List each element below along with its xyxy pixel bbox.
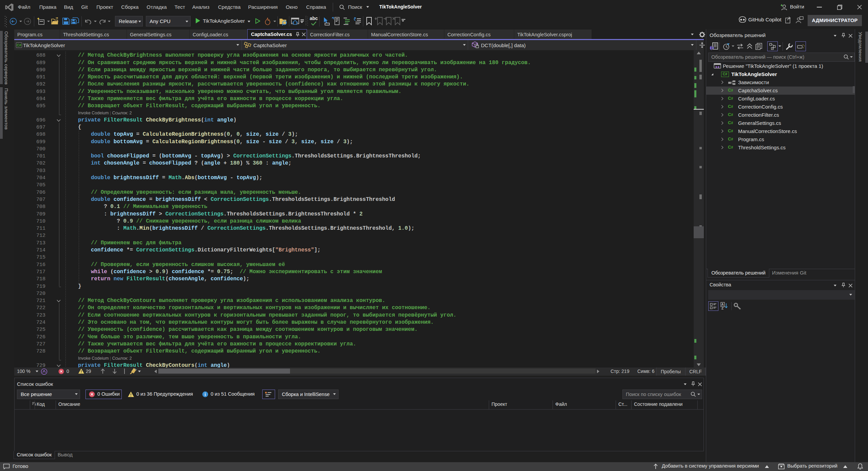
svg-text:Z: Z	[721, 306, 724, 310]
svg-text:A: A	[721, 303, 724, 306]
